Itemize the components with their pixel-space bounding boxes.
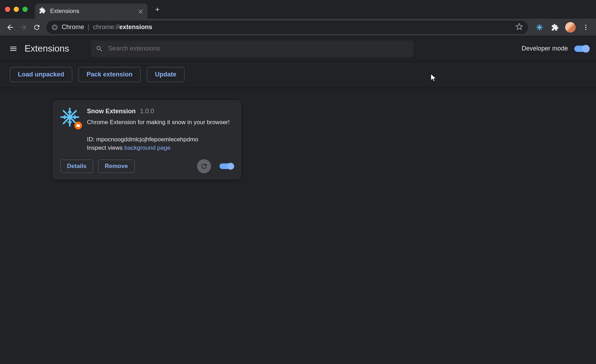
svg-point-2 xyxy=(539,27,540,28)
puzzle-icon xyxy=(551,23,559,31)
extension-version: 1.0.0 xyxy=(140,108,154,115)
developer-toolbar: Load unpacked Pack extension Update xyxy=(0,61,596,88)
extension-icon xyxy=(60,108,79,127)
toggle-knob xyxy=(227,163,234,170)
search-container[interactable] xyxy=(91,40,413,57)
avatar-icon xyxy=(565,22,576,33)
browser-tab[interactable]: Extensions xyxy=(35,4,148,19)
svg-point-4 xyxy=(585,27,586,28)
forward-button[interactable] xyxy=(17,21,30,34)
chrome-icon xyxy=(51,24,58,31)
window-close-button[interactable] xyxy=(5,7,10,12)
url-scheme: chrome:// xyxy=(93,23,119,31)
extension-pinned-icon[interactable] xyxy=(533,21,546,34)
developer-mode-label: Developer mode xyxy=(522,45,568,52)
browser-menu-button[interactable] xyxy=(579,21,592,34)
back-button[interactable] xyxy=(4,21,17,34)
remove-button[interactable]: Remove xyxy=(98,160,135,173)
folder-icon xyxy=(76,123,80,128)
hamburger-icon xyxy=(9,45,18,53)
snowflake-icon xyxy=(536,23,543,31)
plus-icon xyxy=(154,6,161,13)
url-path: extensions xyxy=(119,23,152,31)
window-titlebar: Extensions xyxy=(0,0,596,19)
svg-point-5 xyxy=(585,29,586,30)
reload-extension-button[interactable] xyxy=(197,159,211,173)
extension-enable-toggle[interactable] xyxy=(219,163,233,169)
developer-mode-toggle[interactable] xyxy=(574,46,589,52)
tab-title: Extensions xyxy=(50,8,137,15)
extension-id-line: ID: mpocnoogddmlcjojhfepoemlecehpdmo xyxy=(87,136,233,143)
extension-description: Chrome Extension for making it snow in y… xyxy=(87,118,233,127)
svg-point-3 xyxy=(585,25,586,26)
extensions-grid: Snow Extension 1.0.0 Chrome Extension fo… xyxy=(0,88,596,191)
new-tab-button[interactable] xyxy=(151,3,164,16)
address-bar[interactable]: Chrome | chrome://extensions xyxy=(46,21,528,34)
inspect-views-line: Inspect views background page xyxy=(87,144,233,151)
arrow-left-icon xyxy=(6,23,14,32)
details-button[interactable]: Details xyxy=(60,160,93,173)
extension-id-label: ID: xyxy=(87,136,95,143)
tab-close-button[interactable] xyxy=(137,8,143,14)
toggle-knob xyxy=(582,45,590,53)
omnibox-separator: | xyxy=(88,23,89,31)
window-maximize-button[interactable] xyxy=(22,7,28,12)
search-input[interactable] xyxy=(108,45,408,52)
extension-id: mpocnoogddmlcjojhfepoemlecehpdmo xyxy=(96,136,198,143)
reload-button[interactable] xyxy=(30,21,43,34)
inspect-views-label: Inspect views xyxy=(87,144,123,151)
extensions-header: Extensions Developer mode xyxy=(0,36,596,61)
reload-icon xyxy=(33,23,41,31)
page-title: Extensions xyxy=(25,43,69,54)
arrow-right-icon xyxy=(19,23,28,32)
kebab-icon xyxy=(582,24,589,31)
star-icon xyxy=(515,23,523,31)
extension-name: Snow Extension xyxy=(87,108,136,115)
update-button[interactable]: Update xyxy=(147,67,184,82)
browser-toolbar: Chrome | chrome://extensions xyxy=(0,19,596,36)
hamburger-menu-button[interactable] xyxy=(7,42,20,55)
load-unpacked-button[interactable]: Load unpacked xyxy=(10,67,72,82)
omnibox-chrome-label: Chrome xyxy=(62,23,84,31)
window-minimize-button[interactable] xyxy=(14,7,19,12)
extension-card: Snow Extension 1.0.0 Chrome Extension fo… xyxy=(53,100,241,180)
svg-point-1 xyxy=(54,26,56,28)
pack-extension-button[interactable]: Pack extension xyxy=(79,67,141,82)
background-page-link[interactable]: background page xyxy=(124,144,170,151)
search-icon xyxy=(96,45,103,53)
bookmark-button[interactable] xyxy=(515,23,523,32)
extensions-menu-button[interactable] xyxy=(548,21,562,34)
puzzle-icon xyxy=(39,7,46,15)
profile-button[interactable] xyxy=(564,21,577,34)
unpacked-badge xyxy=(74,122,82,129)
traffic-lights xyxy=(5,7,28,12)
reload-icon xyxy=(200,162,208,170)
